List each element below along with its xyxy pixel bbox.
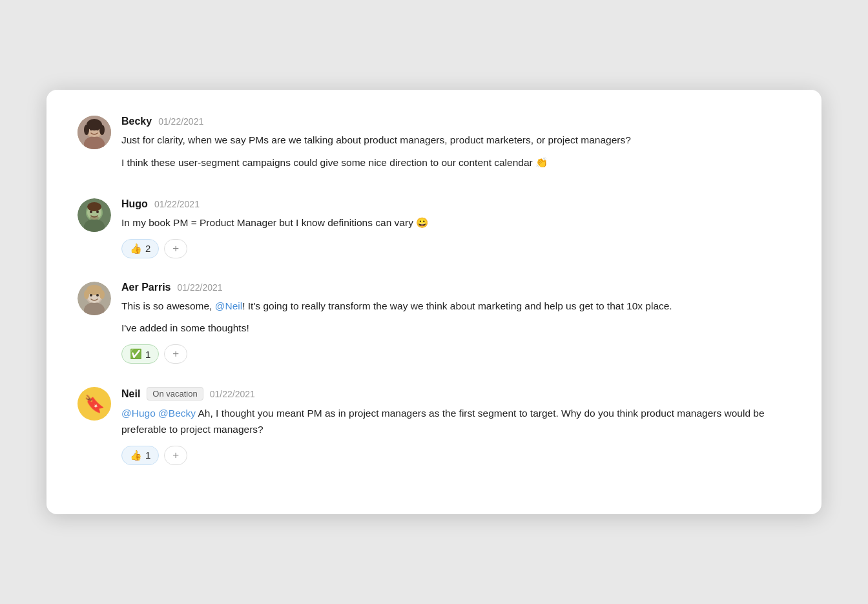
- avatar-neil-icon: 🔖: [84, 394, 105, 414]
- avatar-aer-svg: [78, 282, 111, 315]
- message-para-2: I think these user-segment campaigns cou…: [121, 155, 790, 171]
- timestamp-becky: 01/22/2021: [158, 116, 203, 127]
- svg-point-23: [99, 290, 105, 299]
- message-body-becky: Becky 01/22/2021 Just for clarity, when …: [121, 116, 790, 175]
- message-body-neil: Neil On vacation 01/22/2021 @Hugo @Becky…: [121, 387, 790, 465]
- reaction-count-hugo: 2: [145, 243, 150, 254]
- avatar-becky-svg: [78, 116, 111, 149]
- message-aer: Aer Parris 01/22/2021 This is so awesome…: [78, 282, 790, 364]
- reaction-emoji-aer: ✅: [130, 348, 142, 360]
- mention-becky: @Becky: [158, 408, 196, 419]
- svg-point-22: [84, 290, 89, 299]
- message-text-hugo: In my book PM = Product Manager but I kn…: [121, 215, 790, 231]
- message-para-aer-2: I've added in some thoughts!: [121, 320, 790, 337]
- reactions-neil: 👍 1 +: [121, 446, 790, 465]
- add-reaction-neil[interactable]: +: [164, 446, 187, 465]
- avatar-neil: 🔖: [78, 387, 111, 421]
- avatar-aer: [78, 282, 111, 315]
- reaction-thumbsup-neil[interactable]: 👍 1: [121, 446, 159, 465]
- message-body-hugo: Hugo 01/22/2021 In my book PM = Product …: [121, 198, 790, 258]
- message-para-aer-1: This is so awesome, @Neil! It's going to…: [121, 298, 790, 315]
- message-body-aer: Aer Parris 01/22/2021 This is so awesome…: [121, 282, 790, 364]
- reaction-emoji-neil: 👍: [130, 450, 142, 461]
- add-reaction-icon-aer: +: [172, 348, 179, 360]
- reaction-thumbsup-hugo[interactable]: 👍 2: [121, 239, 159, 258]
- svg-point-13: [87, 202, 101, 211]
- avatar-hugo: [78, 198, 111, 232]
- message-para-hugo-1: In my book PM = Product Manager but I kn…: [121, 215, 790, 231]
- message-header-hugo: Hugo 01/22/2021: [121, 198, 790, 210]
- message-header-aer: Aer Parris 01/22/2021: [121, 282, 790, 293]
- author-name-hugo: Hugo: [121, 198, 148, 210]
- reaction-count-neil: 1: [145, 450, 150, 461]
- svg-point-15: [96, 211, 99, 213]
- add-reaction-hugo[interactable]: +: [164, 239, 187, 258]
- svg-point-7: [90, 128, 92, 130]
- message-text-neil: @Hugo @Becky Ah, I thought you meant PM …: [121, 406, 790, 438]
- svg-point-25: [96, 294, 99, 297]
- reaction-check-aer[interactable]: ✅ 1: [121, 344, 159, 364]
- add-reaction-icon-hugo: +: [172, 242, 179, 255]
- avatar-hugo-svg: [78, 198, 111, 232]
- message-para-neil-1: @Hugo @Becky Ah, I thought you meant PM …: [121, 406, 790, 438]
- add-reaction-aer[interactable]: +: [164, 344, 187, 364]
- author-name-neil: Neil: [121, 388, 140, 400]
- status-badge-neil: On vacation: [147, 387, 203, 401]
- reaction-count-aer: 1: [145, 349, 150, 360]
- author-name-aer: Aer Parris: [121, 282, 171, 293]
- message-header-neil: Neil On vacation 01/22/2021: [121, 387, 790, 401]
- message-header-becky: Becky 01/22/2021: [121, 116, 790, 127]
- message-hugo: Hugo 01/22/2021 In my book PM = Product …: [78, 198, 790, 258]
- message-para-1: Just for clarity, when we say PMs are we…: [121, 132, 790, 149]
- timestamp-aer: 01/22/2021: [178, 282, 223, 293]
- reaction-emoji-hugo: 👍: [130, 243, 142, 255]
- message-neil: 🔖 Neil On vacation 01/22/2021 @Hugo @Bec…: [78, 387, 790, 465]
- timestamp-hugo: 01/22/2021: [154, 199, 200, 209]
- mention-neil: @Neil: [215, 300, 242, 311]
- timestamp-neil: 01/22/2021: [210, 389, 255, 399]
- reactions-hugo: 👍 2 +: [121, 239, 790, 258]
- author-name-becky: Becky: [121, 116, 152, 127]
- mention-hugo: @Hugo: [121, 408, 156, 419]
- reactions-aer: ✅ 1 +: [121, 344, 790, 364]
- avatar-becky: [78, 116, 111, 149]
- svg-point-16: [90, 216, 99, 220]
- message-becky: Becky 01/22/2021 Just for clarity, when …: [78, 116, 790, 175]
- svg-point-8: [96, 128, 99, 130]
- svg-point-6: [99, 125, 105, 135]
- svg-point-5: [84, 125, 89, 135]
- chat-card: Becky 01/22/2021 Just for clarity, when …: [46, 90, 822, 514]
- message-text-aer: This is so awesome, @Neil! It's going to…: [121, 298, 790, 337]
- svg-point-14: [90, 211, 92, 213]
- add-reaction-icon-neil: +: [172, 449, 179, 462]
- svg-point-24: [90, 294, 92, 297]
- message-text-becky: Just for clarity, when we say PMs are we…: [121, 132, 790, 171]
